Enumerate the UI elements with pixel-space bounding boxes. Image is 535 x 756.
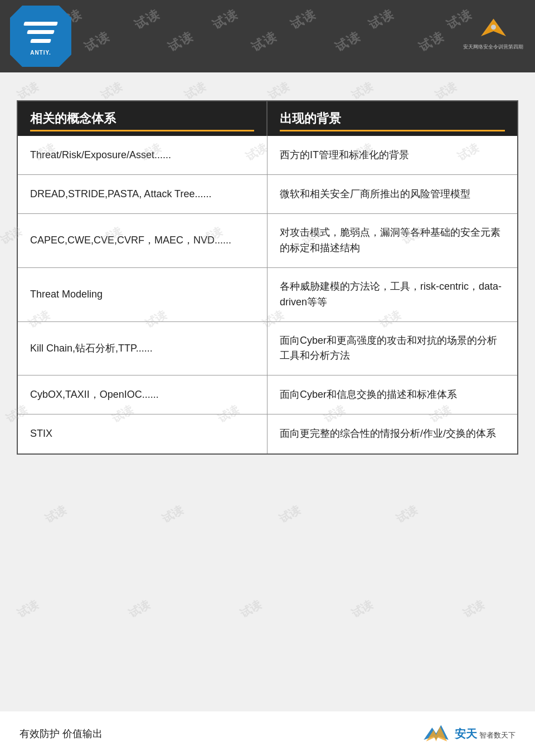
cell-text: CAPEC,CWE,CVE,CVRF，MAEC，NVD...... — [30, 233, 231, 248]
cell-text: 面向Cyber和更高强度的攻击和对抗的场景的分析工具和分析方法 — [280, 333, 505, 364]
header: 试读 试读 试读 试读 试读 试读 试读 试读 试读 试读 试读 ANTIY. … — [0, 0, 535, 72]
table-row: 面向Cyber和信息交换的描述和标准体系 — [268, 375, 517, 414]
table-body: Threat/Risk/Exposure/Asset...... 西方的IT管理… — [18, 136, 517, 453]
page-watermark: 试读 — [159, 503, 186, 526]
concept-table: 相关的概念体系 出现的背景 Threat/Risk/Exposure/Asset… — [17, 100, 518, 455]
footer-tagline: 有效防护 价值输出 — [20, 727, 103, 740]
page-watermark: 试读 — [14, 597, 41, 621]
watermark: 试读 — [81, 28, 113, 56]
table-header: 相关的概念体系 出现的背景 — [18, 101, 517, 136]
page-watermark: 试读 — [14, 79, 41, 103]
logo: ANTIY. — [10, 6, 71, 67]
header-right-logo-text: 安天网络安全令训营第四期 — [463, 43, 523, 51]
cell-text: STIX — [30, 426, 52, 442]
table-row: CAPEC,CWE,CVE,CVRF，MAEC，NVD...... — [18, 214, 268, 268]
cell-text: CybOX,TAXII，OpenIOC...... — [30, 387, 159, 403]
table-row: 对攻击模式，脆弱点，漏洞等各种基础的安全元素的标定和描述结构 — [268, 214, 517, 268]
page-watermark: 试读 — [432, 79, 459, 103]
page-watermark: 试读 — [182, 79, 208, 103]
svg-point-2 — [491, 25, 496, 30]
footer-bird-icon — [421, 723, 451, 745]
cell-text: 面向更完整的综合性的情报分析/作业/交换的体系 — [280, 426, 496, 442]
page-watermark: 试读 — [460, 597, 487, 621]
header-underline-right — [280, 130, 505, 131]
table-row: Threat/Risk/Exposure/Asset...... — [18, 136, 268, 175]
table-row: STIX — [18, 414, 268, 453]
table-row: DREAD,STRIDE,PASTA, Attack Tree...... — [18, 175, 268, 214]
table-row: 面向Cyber和更高强度的攻击和对抗的场景的分析工具和分析方法 — [268, 322, 517, 376]
page-watermark: 试读 — [265, 79, 292, 103]
footer-logo: 安天 智者数天下 — [421, 723, 515, 745]
col2-header-text: 出现的背景 — [280, 111, 341, 125]
logo-line-1 — [23, 22, 58, 26]
watermark: 试读 — [165, 28, 197, 56]
header-right-logo: 安天网络安全令训营第四期 — [463, 8, 524, 58]
eagle-icon — [478, 16, 509, 41]
cell-text: 对攻击模式，脆弱点，漏洞等各种基础的安全元素的标定和描述结构 — [280, 225, 505, 256]
footer-brand-slogan: 智者数天下 — [479, 730, 515, 740]
page-watermark: 试读 — [276, 503, 303, 526]
page-watermark: 试读 — [393, 503, 420, 526]
cell-text: Threat Modeling — [30, 287, 103, 303]
logo-graphic — [24, 17, 57, 47]
table-row: Threat Modeling — [18, 268, 268, 322]
col1-header: 相关的概念体系 — [18, 101, 268, 136]
page-watermark: 试读 — [98, 79, 125, 103]
watermark: 试读 — [332, 28, 364, 56]
table-row: 各种威胁建模的方法论，工具，risk-centric，data-driven等等 — [268, 268, 517, 322]
main-content: 相关的概念体系 出现的背景 Threat/Risk/Exposure/Asset… — [17, 100, 518, 455]
table-row: 面向更完整的综合性的情报分析/作业/交换的体系 — [268, 414, 517, 453]
col2-header: 出现的背景 — [268, 101, 517, 136]
col1-header-text: 相关的概念体系 — [30, 111, 116, 125]
watermark: 试读 — [210, 6, 241, 33]
cell-text: Kill Chain,钻石分析,TTP...... — [30, 341, 153, 357]
watermark: 试读 — [132, 6, 163, 33]
cell-text: 面向Cyber和信息交换的描述和标准体系 — [280, 387, 457, 403]
table-row: Kill Chain,钻石分析,TTP...... — [18, 322, 268, 376]
footer: 有效防护 价值输出 安天 智者数天下 — [0, 711, 535, 756]
footer-brand-name: 安天 — [455, 726, 477, 742]
watermark: 试读 — [249, 28, 280, 56]
page-watermark: 试读 — [237, 597, 264, 621]
cell-text: 微软和相关安全厂商所推出的风险管理模型 — [280, 187, 470, 202]
watermark: 试读 — [288, 6, 319, 33]
table-row: 西方的IT管理和标准化的背景 — [268, 136, 517, 175]
cell-text: 各种威胁建模的方法论，工具，risk-centric，data-driven等等 — [280, 279, 505, 310]
cell-text: 西方的IT管理和标准化的背景 — [280, 148, 409, 163]
page-watermark: 试读 — [349, 79, 376, 103]
table-row: CybOX,TAXII，OpenIOC...... — [18, 375, 268, 414]
page-watermark: 试读 — [349, 597, 376, 621]
logo-text: ANTIY. — [30, 50, 51, 56]
page-watermark: 试读 — [126, 597, 153, 621]
footer-logo-brand: 安天 智者数天下 — [455, 726, 515, 742]
watermark: 试读 — [366, 6, 397, 33]
logo-line-3 — [30, 39, 51, 43]
cell-text: DREAD,STRIDE,PASTA, Attack Tree...... — [30, 187, 211, 202]
watermark: 试读 — [416, 28, 448, 56]
table-row: 微软和相关安全厂商所推出的风险管理模型 — [268, 175, 517, 214]
page-watermark: 试读 — [42, 503, 69, 526]
logo-line-2 — [27, 30, 55, 34]
cell-text: Threat/Risk/Exposure/Asset...... — [30, 148, 171, 163]
header-watermarks: 试读 试读 试读 试读 试读 试读 试读 试读 试读 试读 试读 — [0, 0, 535, 72]
header-underline-left — [30, 130, 254, 131]
